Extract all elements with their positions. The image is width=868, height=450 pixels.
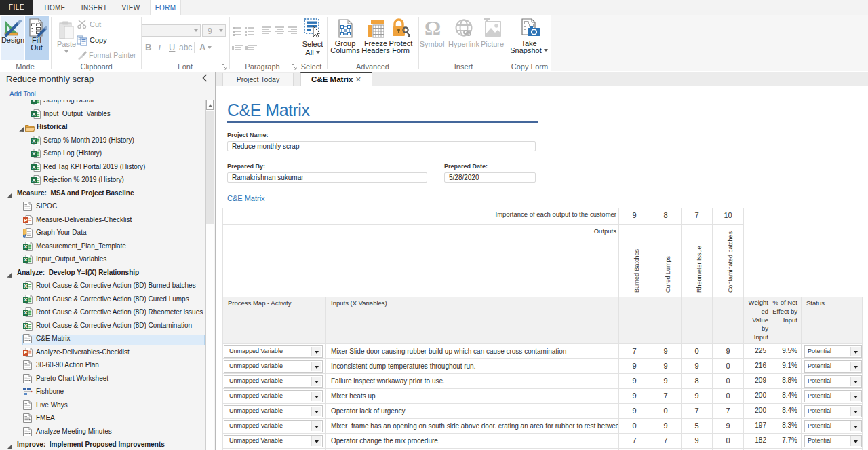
- svg-text:X: X: [32, 111, 36, 117]
- svg-text:X: X: [32, 100, 36, 105]
- svg-text:X: X: [24, 244, 28, 250]
- svg-text:X: X: [32, 138, 36, 144]
- svg-text:X: X: [24, 284, 28, 290]
- svg-text:X: X: [32, 178, 36, 184]
- svg-text:X: X: [32, 164, 36, 170]
- svg-text:X: X: [24, 257, 28, 263]
- svg-text:P: P: [24, 350, 28, 356]
- svg-text:X: X: [32, 151, 36, 157]
- svg-text:X: X: [24, 297, 28, 303]
- svg-text:P: P: [24, 217, 28, 223]
- svg-text:X: X: [24, 323, 28, 329]
- svg-text:X: X: [24, 310, 28, 316]
